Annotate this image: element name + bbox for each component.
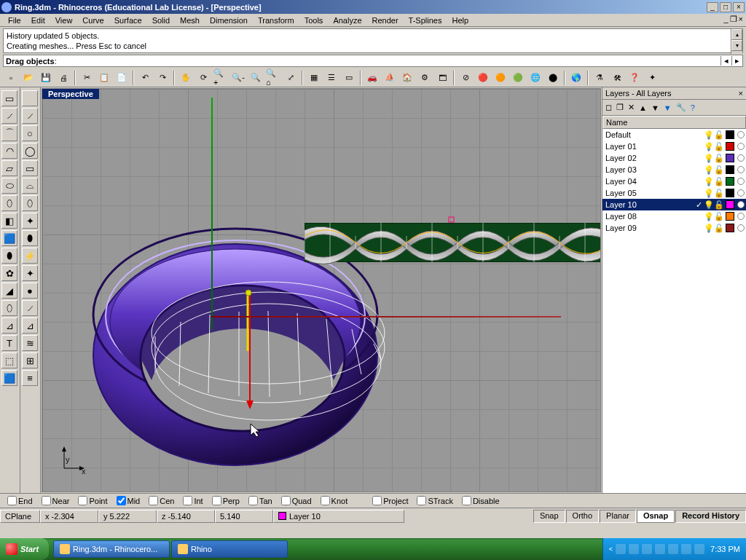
toolbar-button[interactable]: ⬤ <box>545 70 561 86</box>
side-tool[interactable]: ▱ <box>1 160 17 176</box>
lock-icon[interactable]: 🔓 <box>714 154 724 163</box>
bulb-icon[interactable]: 💡 <box>704 200 714 210</box>
side-tool[interactable]: ⊞ <box>22 352 38 368</box>
layer-color-swatch[interactable] <box>726 212 734 221</box>
side-tool[interactable]: ⟋ <box>1 108 17 124</box>
status-cplane[interactable]: CPlane <box>0 510 40 523</box>
bulb-icon[interactable]: 💡 <box>704 142 714 151</box>
command-scrollbar[interactable]: ▴▾ <box>731 29 742 54</box>
side-tool[interactable]: ✦ <box>22 265 38 281</box>
menu-tools[interactable]: Tools <box>299 15 329 25</box>
toolbar-button[interactable]: 🗔 <box>434 70 450 86</box>
side-tool[interactable]: ◧ <box>1 213 17 229</box>
toolbar-button[interactable]: ⟳ <box>195 70 211 86</box>
layer-row[interactable]: Layer 04💡🔓 <box>602 176 746 187</box>
menu-file[interactable]: File <box>3 15 26 25</box>
side-tool[interactable]: ⬯ <box>1 195 17 211</box>
toolbar-button[interactable]: ▦ <box>306 70 322 86</box>
osnap-disable[interactable]: Disable <box>459 496 503 505</box>
menu-mesh[interactable]: Mesh <box>175 15 205 25</box>
side-tool[interactable]: ○ <box>22 125 38 141</box>
command-prompt[interactable]: Drag objects: ◂ ▸ <box>3 55 743 67</box>
osnap-perp[interactable]: Perp <box>209 496 243 505</box>
system-tray[interactable]: < 7:33 PM <box>602 538 746 560</box>
layer-color-swatch[interactable] <box>726 224 734 232</box>
layer-material-dot[interactable] <box>737 189 745 197</box>
bulb-icon[interactable]: 💡 <box>704 130 714 140</box>
mdi-minimize-button[interactable]: _ <box>723 15 728 24</box>
toolbar-button[interactable]: ↷ <box>154 70 170 86</box>
osnap-quad[interactable]: Quad <box>278 496 315 505</box>
side-tool[interactable]: ⟋ <box>22 108 38 124</box>
tray-icon[interactable] <box>655 544 665 554</box>
command-input[interactable] <box>59 56 721 66</box>
status-pane-planar[interactable]: Planar <box>600 510 636 523</box>
tray-expand-icon[interactable]: < <box>609 545 613 553</box>
tray-icon[interactable] <box>629 544 639 554</box>
bulb-icon[interactable]: 💡 <box>704 165 714 175</box>
menu-analyze[interactable]: Analyze <box>328 15 366 25</box>
layer-help-icon[interactable]: ? <box>691 103 695 112</box>
status-layer[interactable]: Layer 10 <box>273 510 404 523</box>
tray-icon[interactable] <box>681 544 691 554</box>
new-sublayer-icon[interactable]: ❐ <box>616 103 624 112</box>
toolbar-button[interactable]: 🛠 <box>609 70 625 86</box>
side-tool[interactable]: ◢ <box>1 283 17 299</box>
bulb-icon[interactable]: 💡 <box>704 154 714 163</box>
layer-color-swatch[interactable] <box>726 142 734 151</box>
menu-render[interactable]: Render <box>367 15 404 25</box>
status-pane-osnap[interactable]: Osnap <box>637 510 675 523</box>
command-scroll-left[interactable]: ◂ <box>721 56 731 66</box>
layer-material-dot[interactable] <box>737 143 745 150</box>
twist-object[interactable] <box>305 216 601 269</box>
toolbar-button[interactable]: 🏠 <box>399 70 415 86</box>
side-tool[interactable]: ✿ <box>1 265 17 281</box>
layer-row[interactable]: Layer 09💡🔓 <box>602 222 746 234</box>
toolbar-button[interactable]: ⚙ <box>417 70 433 86</box>
minimize-button[interactable]: _ <box>707 2 718 12</box>
toolbar-button[interactable]: 🟠 <box>492 70 509 86</box>
toolbar-button[interactable]: ✦ <box>644 70 660 86</box>
toolbar-button[interactable]: ▭ <box>341 70 357 86</box>
side-tool[interactable]: ⬭ <box>1 178 17 194</box>
osnap-project[interactable]: Project <box>369 496 411 505</box>
filter-icon[interactable]: ▼ <box>664 103 672 112</box>
start-button[interactable]: Start <box>0 538 49 560</box>
side-tool[interactable]: T <box>1 335 17 351</box>
toolbar-button[interactable]: ▫ <box>3 70 19 86</box>
layer-material-dot[interactable] <box>737 166 745 173</box>
layers-header[interactable]: Name <box>602 116 746 129</box>
toolbar-button[interactable]: ⤢ <box>283 70 299 86</box>
layer-color-swatch[interactable] <box>726 154 734 162</box>
bulb-icon[interactable]: 💡 <box>704 177 714 186</box>
osnap-point[interactable]: Point <box>75 496 110 505</box>
lock-icon[interactable]: 🔓 <box>714 177 724 186</box>
side-tool[interactable]: ⌒ <box>1 125 17 141</box>
side-tool[interactable]: ⬮ <box>1 248 17 264</box>
layer-row[interactable]: Layer 08💡🔓 <box>602 210 746 222</box>
side-tool[interactable]: ▭ <box>1 90 17 106</box>
toolbar-button[interactable]: 📋 <box>96 70 112 86</box>
layer-tools-icon[interactable]: 🔧 <box>676 103 686 112</box>
layer-color-swatch[interactable] <box>726 200 734 209</box>
toolbar-button[interactable]: 🟢 <box>510 70 526 86</box>
layer-row[interactable]: Layer 05💡🔓 <box>602 187 746 199</box>
viewport-label[interactable]: Perspective <box>42 89 99 99</box>
layer-material-dot[interactable] <box>737 213 745 220</box>
tray-icon[interactable] <box>668 544 678 554</box>
lock-icon[interactable]: 🔓 <box>714 200 724 210</box>
toolbar-button[interactable]: 📄 <box>114 70 130 86</box>
menu-dimension[interactable]: Dimension <box>205 15 253 25</box>
tray-clock[interactable]: 7:33 PM <box>710 545 740 553</box>
menu-view[interactable]: View <box>50 15 78 25</box>
layer-color-swatch[interactable] <box>726 189 734 197</box>
toolbar-button[interactable]: 📂 <box>20 70 36 86</box>
menu-t-splines[interactable]: T-Splines <box>404 15 447 25</box>
side-tool[interactable]: ⚡ <box>22 248 38 264</box>
toolbar-button[interactable]: 🔴 <box>475 70 491 86</box>
side-tool[interactable]: ⟋ <box>22 300 38 316</box>
layer-up-icon[interactable]: ▲ <box>639 103 647 112</box>
menu-solid[interactable]: Solid <box>147 15 175 25</box>
toolbar-button[interactable]: ⚗ <box>592 70 608 86</box>
lock-icon[interactable]: 🔓 <box>714 224 724 233</box>
